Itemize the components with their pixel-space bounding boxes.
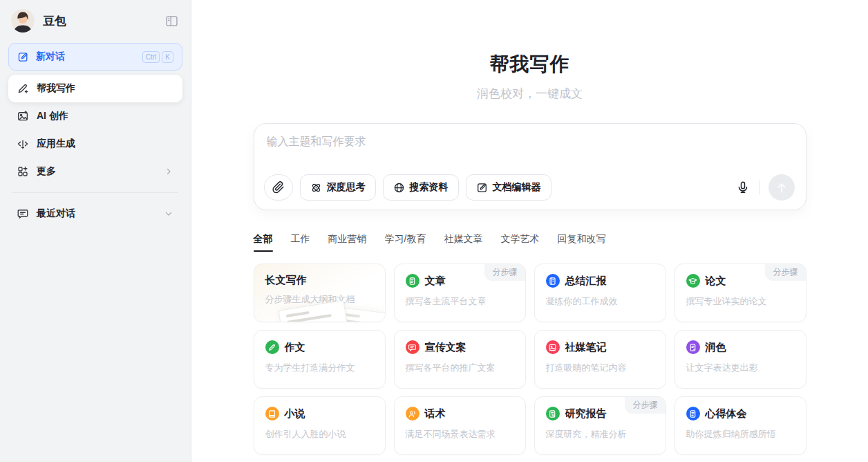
card-title: 小说 — [285, 407, 305, 421]
card-desc: 打造吸睛的笔记内容 — [546, 362, 654, 374]
card-desc: 让文字表达更出彩 — [686, 362, 795, 374]
template-card-3[interactable]: 总结汇报凝练你的工作成效 — [534, 264, 666, 322]
sidebar-item-4[interactable]: 更多 — [8, 158, 182, 185]
key-ctrl: Ctrl — [142, 51, 160, 63]
doc-heart-icon — [686, 407, 700, 421]
steps-badge: 分步骤 — [765, 264, 806, 281]
atom-icon — [310, 182, 322, 194]
prompt-input[interactable] — [267, 135, 793, 171]
tab-1[interactable]: 全部 — [254, 233, 273, 252]
card-title: 心得体会 — [706, 407, 747, 421]
card-desc: 助你提炼归纳所感所悟 — [686, 428, 795, 441]
arrow-up-icon — [775, 181, 789, 194]
card-desc: 深度研究，精准分析 — [546, 428, 654, 441]
card-title: 社媒笔记 — [565, 341, 607, 354]
tool-pill-3[interactable]: 文档编辑器 — [466, 174, 551, 201]
tab-4[interactable]: 学习/教育 — [385, 233, 426, 252]
key-k: K — [162, 51, 173, 63]
card-desc: 分步骤生成大纲和文档 — [265, 293, 374, 306]
steps-badge: 分步骤 — [625, 397, 666, 414]
chevron-right-icon — [163, 166, 174, 177]
sidebar-item-2[interactable]: AI 创作 — [8, 102, 182, 130]
user-avatar[interactable] — [11, 9, 35, 33]
template-cards-grid: 长文写作分步骤生成大纲和文档分步骤文章撰写各主流平台文章总结汇报凝练你的工作成效… — [254, 264, 806, 462]
template-card-12[interactable]: 心得体会助你提炼归纳所感所悟 — [674, 396, 806, 455]
sidebar-item-1[interactable]: 帮我写作 — [8, 75, 182, 102]
template-card-2[interactable]: 分步骤文章撰写各主流平台文章 — [394, 264, 526, 322]
card-desc: 撰写专业详实的论文 — [686, 295, 795, 308]
sidebar-item-label: 最近对话 — [37, 207, 75, 220]
card-head: 润色 — [686, 340, 795, 354]
person-talk-icon — [406, 407, 419, 421]
paperclip-icon — [272, 181, 285, 194]
tool-pill-label: 深度思考 — [327, 181, 366, 194]
card-title: 总结汇报 — [565, 275, 607, 288]
tool-pill-label: 搜索资料 — [410, 181, 449, 194]
chat-icon — [17, 207, 29, 220]
tool-pill-1[interactable]: 深度思考 — [300, 174, 376, 201]
code-plus-icon — [17, 138, 29, 150]
sidebar: 豆包 新对话 Ctrl K 帮我写作AI 创作应用生成更多 最近对话 — [0, 0, 191, 462]
recent-section: 最近对话 — [8, 200, 182, 228]
template-card-5[interactable]: 作文专为学生打造满分作文 — [254, 330, 386, 389]
template-card-6[interactable]: 宣传文案撰写各平台的推广文案 — [394, 330, 526, 389]
page-title: 帮我写作 — [254, 51, 806, 77]
input-toolbar: 深度思考搜索资料文档编辑器 — [264, 174, 795, 201]
toolbar-divider — [760, 181, 760, 194]
grad-cap-icon — [686, 274, 700, 288]
pencil-write-icon — [17, 82, 29, 95]
attach-button[interactable] — [264, 174, 293, 201]
tab-6[interactable]: 文学艺术 — [500, 233, 539, 252]
card-head: 长文写作 — [265, 274, 374, 287]
book-icon — [265, 407, 279, 421]
tool-pill-2[interactable]: 搜索资料 — [383, 174, 459, 201]
tab-5[interactable]: 社媒文章 — [444, 233, 482, 252]
new-chat-button[interactable]: 新对话 Ctrl K — [8, 43, 182, 71]
template-card-10[interactable]: 话术满足不同场景表达需求 — [394, 396, 526, 455]
tab-3[interactable]: 商业营销 — [328, 233, 367, 252]
card-title: 宣传文案 — [425, 341, 466, 354]
card-desc: 专为学生打造满分作文 — [265, 362, 374, 374]
tool-pills: 深度思考搜索资料文档编辑器 — [300, 174, 551, 201]
grid-plus-icon — [17, 165, 29, 178]
sidebar-item-recent-chats[interactable]: 最近对话 — [8, 200, 182, 228]
new-chat-label: 新对话 — [36, 50, 65, 63]
card-desc: 凝练你的工作成效 — [546, 295, 654, 308]
card-desc: 满足不同场景表达需求 — [406, 428, 514, 441]
card-head: 社媒笔记 — [546, 340, 654, 354]
card-desc: 撰写各主流平台文章 — [406, 295, 514, 308]
prompt-input-card: 深度思考搜索资料文档编辑器 — [254, 123, 806, 210]
steps-badge: 分步骤 — [484, 264, 525, 281]
sidebar-item-label: 更多 — [37, 165, 56, 178]
tab-2[interactable]: 工作 — [291, 233, 310, 252]
template-card-9[interactable]: 小说创作引人入胜的小说 — [254, 396, 386, 455]
app-name: 豆包 — [43, 13, 66, 29]
sidebar-item-label: 帮我写作 — [37, 82, 75, 95]
doc-search-icon — [546, 407, 560, 421]
template-card-7[interactable]: 社媒笔记打造吸睛的笔记内容 — [534, 330, 666, 389]
sidebar-item-label: AI 创作 — [37, 110, 68, 122]
toolbar-right — [735, 174, 795, 201]
doc-edit-icon — [476, 182, 488, 194]
card-head: 心得体会 — [686, 407, 795, 421]
sidebar-item-3[interactable]: 应用生成 — [8, 130, 182, 158]
app-window: 豆包 新对话 Ctrl K 帮我写作AI 创作应用生成更多 最近对话 — [0, 0, 868, 462]
card-title: 研究报告 — [565, 407, 607, 421]
new-chat-icon — [17, 51, 29, 63]
template-card-8[interactable]: 润色让文字表达更出彩 — [674, 330, 806, 389]
tool-pill-label: 文档编辑器 — [493, 181, 541, 194]
template-card-11[interactable]: 分步骤研究报告深度研究，精准分析 — [534, 396, 666, 455]
card-desc: 创作引人入胜的小说 — [265, 428, 374, 441]
notebook-icon — [546, 274, 560, 288]
template-card-1[interactable]: 长文写作分步骤生成大纲和文档 — [254, 264, 386, 322]
tab-7[interactable]: 回复和改写 — [557, 233, 605, 252]
template-card-4[interactable]: 分步骤论文撰写专业详实的论文 — [674, 264, 806, 322]
send-button[interactable] — [768, 174, 795, 201]
photo-note-icon — [546, 340, 560, 354]
pencil-icon — [265, 340, 279, 354]
mic-icon[interactable] — [735, 179, 751, 196]
card-title: 文章 — [425, 275, 446, 288]
card-head: 总结汇报 — [546, 274, 654, 288]
sidebar-collapse-icon[interactable] — [163, 12, 180, 29]
card-desc: 撰写各平台的推广文案 — [406, 362, 514, 374]
